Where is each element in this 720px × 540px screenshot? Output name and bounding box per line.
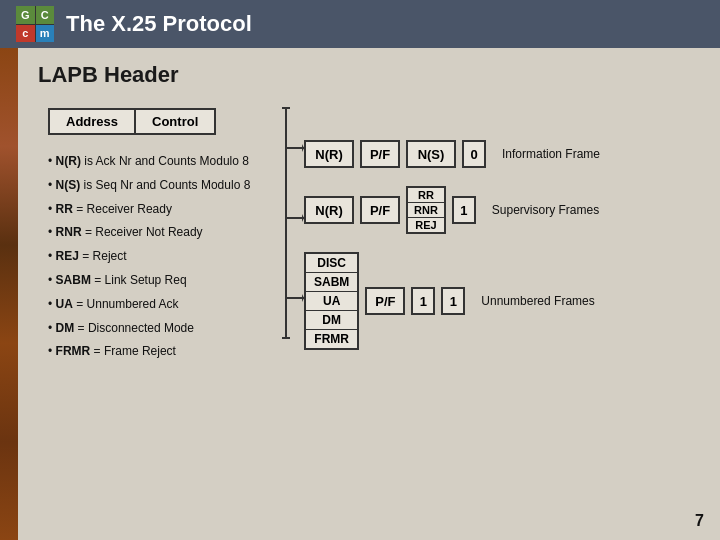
unnumbered-frame-label: Unnumbered Frames: [481, 294, 594, 308]
sabm-cell: SABM: [306, 273, 357, 292]
sup-pf-cell: P/F: [360, 196, 400, 224]
bullet-4-text: • RNR = Receiver Not Ready: [48, 225, 203, 239]
disc-stack: DISC SABM UA DM FRMR: [304, 252, 359, 350]
svg-marker-4: [302, 214, 304, 222]
bullet-1-text: • N(R) is Ack Nr and Counts Modulo 8: [48, 154, 249, 168]
bullet-9: • FRMR = Frame Reject: [48, 343, 268, 360]
supervisory-frame-label: Supervisory Frames: [492, 203, 599, 217]
header-boxes: Address Control: [48, 108, 268, 135]
info-ns-cell: N(S): [406, 140, 456, 168]
sup-stacked-cells: RR RNR REJ: [406, 186, 446, 234]
sup-1-cell: 1: [452, 196, 476, 224]
bullet-4: • RNR = Receiver Not Ready: [48, 224, 268, 241]
unn-1b-cell: 1: [441, 287, 465, 315]
frames-area: N(R) P/F N(S) 0 Information Frame N(R) P…: [268, 108, 600, 367]
bullet-3-text: • RR = Receiver Ready: [48, 202, 172, 216]
main-content: LAPB Header Address Control • N(R) is Ac…: [18, 48, 720, 540]
logo-g1: G: [16, 6, 35, 24]
bullet-6: • SABM = Link Setup Req: [48, 272, 268, 289]
address-box: Address: [48, 108, 136, 135]
bullet-1: • N(R) is Ack Nr and Counts Modulo 8: [48, 153, 268, 170]
header-title: The X.25 Protocol: [66, 11, 252, 37]
sup-nr-cell: N(R): [304, 196, 354, 224]
unnumbered-frame-row: DISC SABM UA DM FRMR P/F 1 1 Unnumbered …: [304, 252, 600, 350]
header-bar: G C c m The X.25 Protocol: [0, 0, 720, 48]
unn-1a-cell: 1: [411, 287, 435, 315]
bullet-7-text: • UA = Unnumbered Ack: [48, 297, 179, 311]
supervisory-frame-row: N(R) P/F RR RNR REJ 1 Supervisory Frames: [304, 186, 600, 234]
bullet-3: • RR = Receiver Ready: [48, 201, 268, 218]
rr-cell: RR: [408, 188, 444, 203]
dm-cell: DM: [306, 311, 357, 330]
labels-panel: Address Control • N(R) is Ack Nr and Cou…: [48, 108, 268, 367]
frmr-cell: FRMR: [306, 330, 357, 348]
page-title: LAPB Header: [38, 62, 700, 88]
info-0-cell: 0: [462, 140, 486, 168]
logo: G C c m: [16, 6, 54, 42]
bullet-2: • N(S) is Seq Nr and Counts Modulo 8: [48, 177, 268, 194]
frame-rows: N(R) P/F N(S) 0 Information Frame N(R) P…: [304, 140, 600, 350]
bullet-9-text: • FRMR = Frame Reject: [48, 344, 176, 358]
disc-cell: DISC: [306, 254, 357, 273]
bullet-5-text: • REJ = Reject: [48, 249, 127, 263]
rej-cell: REJ: [408, 218, 444, 232]
decorative-strip: [0, 48, 18, 540]
arrow-area: [268, 98, 304, 358]
bullet-5: • REJ = Reject: [48, 248, 268, 265]
logo-c2: m: [36, 25, 55, 43]
info-frame-row: N(R) P/F N(S) 0 Information Frame: [304, 140, 600, 168]
connector-arrow: [268, 98, 304, 358]
ua-cell: UA: [306, 292, 357, 311]
info-nr-cell: N(R): [304, 140, 354, 168]
info-pf-cell: P/F: [360, 140, 400, 168]
control-box: Control: [136, 108, 216, 135]
svg-marker-6: [302, 294, 304, 302]
bullet-7: • UA = Unnumbered Ack: [48, 296, 268, 313]
info-frame-label: Information Frame: [502, 147, 600, 161]
logo-g2: c: [16, 25, 35, 43]
unn-pf-cell: P/F: [365, 287, 405, 315]
bullet-6-text: • SABM = Link Setup Req: [48, 273, 187, 287]
rnr-cell: RNR: [408, 203, 444, 218]
svg-marker-2: [302, 144, 304, 152]
bullet-2-text: • N(S) is Seq Nr and Counts Modulo 8: [48, 178, 250, 192]
logo-c1: C: [36, 6, 55, 24]
bullet-8: • DM = Disconnected Mode: [48, 320, 268, 337]
content-area: Address Control • N(R) is Ack Nr and Cou…: [38, 108, 700, 367]
page-number: 7: [695, 512, 704, 530]
bullet-8-text: • DM = Disconnected Mode: [48, 321, 194, 335]
